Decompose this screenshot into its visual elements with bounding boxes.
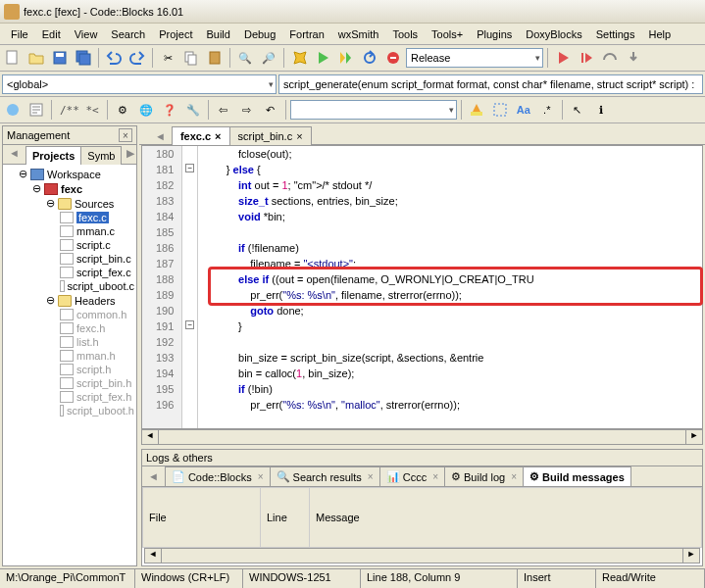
highlight-icon[interactable] <box>466 99 487 121</box>
log-table[interactable]: FileLineMessage <box>142 487 702 548</box>
svg-rect-2 <box>56 53 64 57</box>
tree-file[interactable]: script.c <box>60 238 134 252</box>
status-rw: Read/Write <box>596 569 705 588</box>
abort-icon[interactable] <box>382 47 404 69</box>
step-over-icon[interactable] <box>599 47 621 69</box>
editor-tab[interactable]: script_bin.c× <box>229 126 312 145</box>
tab-symbols[interactable]: Symb <box>80 146 122 165</box>
tree-file[interactable]: script_fex.h <box>60 390 134 404</box>
find-icon[interactable]: 🔍 <box>234 47 256 69</box>
debug-run-icon[interactable] <box>552 47 574 69</box>
menu-fortran[interactable]: Fortran <box>282 26 330 42</box>
open-icon[interactable] <box>25 47 47 69</box>
doxy-wizard-icon[interactable] <box>2 99 24 121</box>
menu-debug[interactable]: Debug <box>237 26 282 42</box>
close-icon[interactable]: × <box>296 130 302 142</box>
menu-settings[interactable]: Settings <box>589 26 642 42</box>
undo-icon[interactable] <box>103 47 125 69</box>
build-run-icon[interactable] <box>335 47 357 69</box>
log-tab-buildlog[interactable]: ⚙Build log× <box>444 466 524 486</box>
rebuild-icon[interactable] <box>359 47 380 69</box>
tree-file[interactable]: script_fex.c <box>60 266 134 279</box>
doxy-chm-icon[interactable]: ❓ <box>159 99 180 121</box>
log-tab-buildmsg[interactable]: ⚙Build messages <box>523 466 631 486</box>
tree-file[interactable]: script_uboot.c <box>60 279 134 293</box>
paste-icon[interactable] <box>204 47 226 69</box>
menu-tools[interactable]: Tools <box>385 26 425 42</box>
tree-project[interactable]: ⊖ fexc <box>32 181 134 196</box>
tree-file[interactable]: fexc.h <box>60 321 134 335</box>
function-signature[interactable]: script_generate(enum script_format forma… <box>278 74 703 94</box>
jump-combo[interactable] <box>290 100 457 120</box>
tree-file[interactable]: script_uboot.h <box>60 404 134 417</box>
menu-toolsplus[interactable]: Tools+ <box>425 26 470 42</box>
doxy-html-icon[interactable]: 🌐 <box>135 99 157 121</box>
redo-icon[interactable] <box>126 47 148 69</box>
tab-projects[interactable]: Projects <box>25 146 81 165</box>
menu-wxsmith[interactable]: wxSmith <box>331 26 386 42</box>
pointer-icon[interactable]: ↖ <box>567 99 588 121</box>
replace-icon[interactable]: 🔎 <box>258 47 279 69</box>
menu-help[interactable]: Help <box>641 26 678 42</box>
tree-file[interactable]: fexc.c <box>60 211 134 224</box>
menu-view[interactable]: View <box>68 26 105 42</box>
tab-prev-icon[interactable]: ◄ <box>3 145 25 164</box>
select-icon[interactable] <box>489 99 511 121</box>
tree-headers-folder[interactable]: ⊖ Headers <box>46 293 134 308</box>
log-tab-cccc[interactable]: 📊Cccc× <box>379 466 445 486</box>
menu-project[interactable]: Project <box>152 26 199 42</box>
tree-workspace[interactable]: ⊖ Workspace <box>19 167 134 181</box>
nav-fwd-icon[interactable]: ⇨ <box>236 99 258 121</box>
step-into-icon[interactable] <box>623 47 644 69</box>
editor-tab[interactable]: fexc.c× <box>172 126 230 145</box>
save-icon[interactable] <box>49 47 71 69</box>
tree-file[interactable]: script.h <box>60 363 134 376</box>
code-editor[interactable]: 1801811821831841851861871881891901911921… <box>139 145 705 429</box>
close-icon[interactable]: × <box>215 130 221 142</box>
tab-prev-icon[interactable]: ◄ <box>142 468 165 484</box>
log-tab-codeblocks[interactable]: 📄Code::Blocks× <box>165 466 271 486</box>
regex-icon[interactable]: .* <box>536 99 558 121</box>
jump-last-icon[interactable]: ↶ <box>260 99 281 121</box>
doxy-extract-icon[interactable] <box>25 99 47 121</box>
toolbar-main: ✂ 🔍 🔎 Release <box>0 45 705 72</box>
project-tree[interactable]: ⊖ Workspace ⊖ fexc ⊖ Sources fexc.c mman… <box>3 165 136 565</box>
log-tab-search[interactable]: 🔍Search results× <box>270 466 380 486</box>
scope-combo[interactable]: <global> <box>2 74 277 94</box>
tree-file[interactable]: mman.h <box>60 349 134 363</box>
tree-file[interactable]: mman.c <box>60 224 134 238</box>
menu-build[interactable]: Build <box>199 26 236 42</box>
menu-bar: File Edit View Search Project Build Debu… <box>0 24 705 45</box>
tree-file[interactable]: list.h <box>60 335 134 349</box>
status-bar: M:\Orange_Pi\CommonT Windows (CR+LF) WIN… <box>0 568 705 588</box>
menu-edit[interactable]: Edit <box>35 26 68 42</box>
tree-file[interactable]: script_bin.c <box>60 252 134 266</box>
menu-plugins[interactable]: Plugins <box>470 26 519 42</box>
horizontal-scrollbar[interactable] <box>144 548 700 564</box>
comment-prefix[interactable]: /** *< <box>56 104 103 117</box>
copy-icon[interactable] <box>180 47 202 69</box>
tree-file[interactable]: script_bin.h <box>60 376 134 390</box>
info-icon[interactable]: ℹ <box>590 99 612 121</box>
tab-next-icon[interactable]: ▶ <box>121 145 140 164</box>
tab-prev-icon[interactable]: ◄ <box>149 128 172 144</box>
doxy-config-icon[interactable]: 🔧 <box>182 99 204 121</box>
tree-sources-folder[interactable]: ⊖ Sources <box>46 196 134 211</box>
cut-icon[interactable]: ✂ <box>157 47 178 69</box>
menu-file[interactable]: File <box>4 26 35 42</box>
menu-search[interactable]: Search <box>104 26 152 42</box>
doxy-run-icon[interactable]: ⚙ <box>112 99 133 121</box>
close-icon[interactable]: × <box>119 128 132 142</box>
debug-continue-icon[interactable] <box>576 47 597 69</box>
editor-tabs: ◄ fexc.c× script_bin.c× <box>139 123 705 145</box>
nav-back-icon[interactable]: ⇦ <box>213 99 234 121</box>
toggle-case-icon[interactable]: Aa <box>513 99 534 121</box>
build-icon[interactable] <box>288 47 310 69</box>
run-icon[interactable] <box>312 47 333 69</box>
new-file-icon[interactable] <box>2 47 24 69</box>
menu-doxyblocks[interactable]: DoxyBlocks <box>519 26 588 42</box>
horizontal-scrollbar[interactable] <box>141 429 703 445</box>
build-target-combo[interactable]: Release <box>406 48 543 68</box>
save-all-icon[interactable] <box>73 47 94 69</box>
tree-file[interactable]: common.h <box>60 308 134 321</box>
